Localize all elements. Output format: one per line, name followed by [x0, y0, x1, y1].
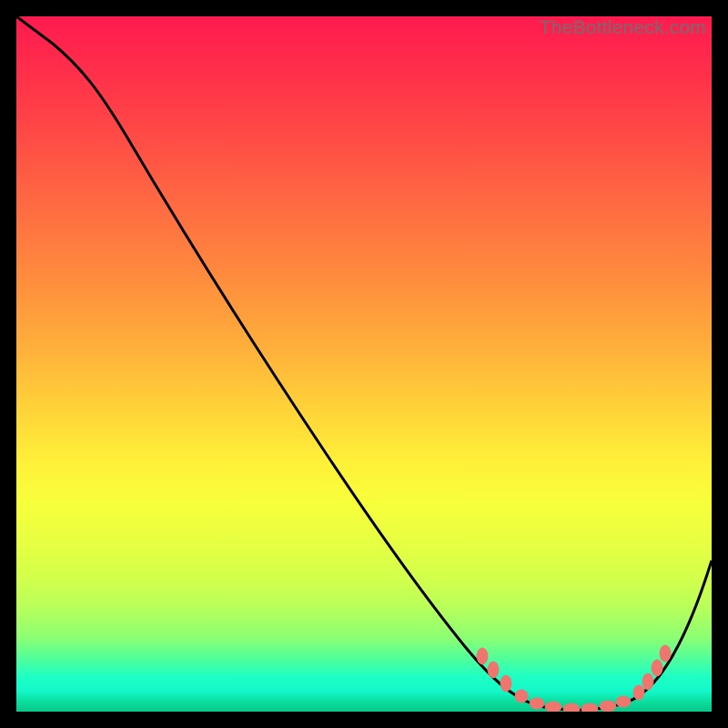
marker-dot: [530, 698, 544, 709]
chart-svg: [16, 16, 712, 712]
marker-dot: [633, 685, 644, 700]
chart-stage: TheBottleneck.com: [0, 0, 728, 728]
marker-dot: [563, 703, 580, 712]
marker-dot: [477, 648, 488, 664]
marker-dot: [488, 662, 499, 678]
marker-dot: [500, 675, 511, 692]
watermark-text: TheBottleneck.com: [540, 16, 706, 38]
optimal-marker-group: [477, 645, 671, 712]
marker-dot: [616, 696, 631, 707]
marker-dot: [581, 703, 598, 712]
marker-dot: [652, 660, 662, 676]
bottleneck-curve: [16, 16, 712, 710]
marker-dot: [600, 701, 616, 712]
marker-dot: [660, 645, 671, 662]
marker-dot: [642, 673, 653, 690]
marker-dot: [515, 690, 528, 703]
plot-area: TheBottleneck.com: [16, 16, 712, 712]
marker-dot: [545, 702, 561, 712]
